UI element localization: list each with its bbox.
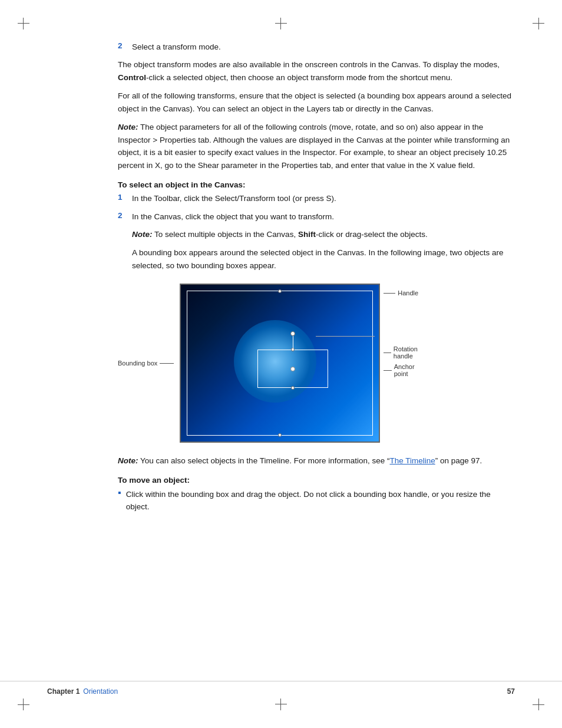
handle-bottom (291, 386, 295, 390)
para-1-text: The object transform modes are also avai… (118, 60, 500, 69)
corner-mark-bl (18, 699, 29, 710)
bullet-1-text: Click within the bounding box and drag t… (126, 488, 515, 513)
step-1a-row: 1 In the Toolbar, click the Select/Trans… (118, 193, 515, 205)
step-2a-row: 2 In the Canvas, click the object that y… (118, 211, 515, 223)
bounding-box-label-container: Bounding box (118, 360, 174, 367)
note-3-label: Note: (118, 456, 138, 465)
step-2-number: 2 (118, 41, 130, 50)
subheading-move-object: To move an object: (118, 476, 515, 485)
handle-line (316, 336, 375, 337)
anchor-point (290, 367, 295, 371)
note-2: Note: To select multiple objects in the … (132, 228, 515, 241)
canvas-image (180, 284, 380, 443)
outer-handle-bottom (278, 433, 282, 437)
note-3-text: You can also select objects in the Timel… (138, 456, 390, 465)
center-mark-top (275, 18, 287, 29)
note-1: Note: The object parameters for all of t… (118, 121, 515, 172)
note-2-label: Note: (132, 230, 153, 239)
para-1: The object transform modes are also avai… (118, 58, 515, 84)
anchor-label: Anchor point (394, 363, 418, 377)
rotation-label: Rotation handle (394, 345, 422, 360)
step-2a-number: 2 (118, 211, 130, 220)
note-2-rest: -click or drag-select the objects. (316, 230, 428, 239)
rotation-label-row: Rotation handle (384, 345, 422, 360)
rotation-line (384, 353, 391, 353)
page-footer: Chapter 1 Orientation 57 (0, 681, 562, 696)
step-1a-number: 1 (118, 193, 130, 202)
step-2a-text: In the Canvas, click the object that you… (132, 211, 515, 223)
rotation-handle-line (293, 335, 293, 350)
page: 2 Select a transform mode. The object tr… (0, 0, 562, 728)
content-area: 2 Select a transform mode. The object tr… (118, 35, 515, 513)
corner-mark-br (533, 699, 544, 710)
outer-handle-top (278, 289, 282, 293)
canvas-image-container: Bounding box (118, 284, 515, 443)
timeline-link[interactable]: The Timeline (389, 456, 435, 465)
handle-label: Handle (398, 289, 418, 297)
inner-selection-box (257, 350, 328, 388)
para-1-rest: -click a selected object, then choose an… (146, 73, 452, 82)
anchor-label-row: Anchor point (384, 363, 418, 377)
corner-mark-tr (533, 18, 544, 29)
footer-page-number: 57 (507, 687, 515, 696)
bounding-box-line (160, 363, 174, 364)
footer-chapter: Chapter 1 (47, 687, 80, 696)
para-1-bold: Control (118, 73, 146, 82)
note-1-label: Note: (118, 123, 138, 131)
corner-mark-tl (18, 18, 29, 29)
step-2-row: 2 Select a transform mode. (118, 41, 515, 54)
bbox-description: A bounding box appears around the select… (132, 246, 515, 272)
note-2-bold: Shift (298, 230, 316, 239)
bullet-1: ▪ Click within the bounding box and drag… (118, 488, 515, 513)
footer-section: Orientation (83, 687, 118, 696)
center-mark-bottom (275, 699, 287, 710)
note-2-text: To select multiple objects in the Canvas… (153, 230, 298, 239)
handle-label-row: Handle (384, 289, 418, 297)
handle-line-right (384, 293, 395, 294)
step-1a-text: In the Toolbar, click the Select/Transfo… (132, 193, 515, 205)
note-3: Note: You can also select objects in the… (118, 454, 515, 467)
bullet-marker: ▪ (118, 487, 121, 498)
note-3-rest: ” on page 97. (435, 456, 482, 465)
bounding-box-label: Bounding box (118, 360, 157, 367)
note-1-text: The object parameters for all of the fol… (118, 123, 510, 170)
para-2: For all of the following transforms, ens… (118, 90, 515, 115)
subheading-select-object: To select an object in the Canvas: (118, 180, 515, 189)
step-2-text: Select a transform mode. (132, 41, 515, 54)
anchor-line (384, 370, 391, 371)
rotation-handle-circle (290, 331, 295, 336)
